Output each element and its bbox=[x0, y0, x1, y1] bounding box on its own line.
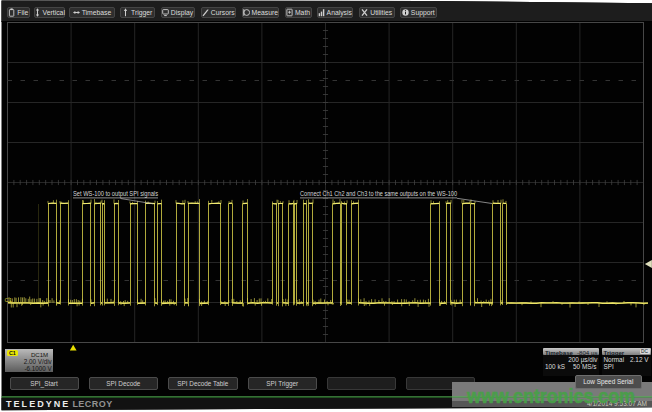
svg-text:www.cntronics.com: www.cntronics.com bbox=[466, 384, 635, 407]
